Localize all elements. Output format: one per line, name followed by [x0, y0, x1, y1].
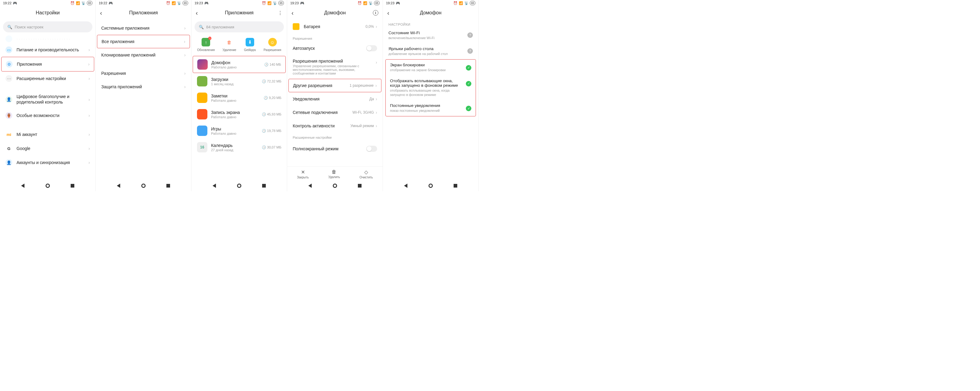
nav-home[interactable]	[333, 184, 337, 188]
row-network[interactable]: Сетевые подключения Wi-Fi, 3G/4G ›	[288, 106, 382, 119]
app-row-Загрузки[interactable]: Загрузки 1 месяц назад 🕓 72,32 МБ	[193, 73, 286, 90]
action-label: Разрешения	[264, 48, 282, 52]
chevron-right-icon: ›	[375, 24, 377, 29]
back-button[interactable]: ‹	[291, 9, 294, 16]
action-permissions[interactable]: ☺ Разрешения	[264, 38, 282, 52]
row-advanced[interactable]: ⋯ Расширенные настройки ›	[1, 71, 94, 85]
action-getapps[interactable]: ⬇ GetApps	[244, 38, 256, 52]
row-security-partial[interactable]: · · · · · · · · · · · · · · · · · · · · …	[1, 35, 94, 43]
row-fullscreen[interactable]: Полноэкранный режим	[288, 141, 382, 154]
nav-recent[interactable]	[358, 184, 361, 188]
chevron-right-icon: ›	[184, 39, 185, 44]
perm-popup-background[interactable]: Отображать всплывающие окна, когда запущ…	[386, 76, 476, 100]
nav-home[interactable]	[141, 184, 146, 188]
app-icon	[197, 93, 207, 103]
nav-recent[interactable]	[71, 184, 74, 188]
nav-home[interactable]	[428, 184, 433, 188]
nav-recent[interactable]	[262, 184, 266, 188]
perm-lockscreen[interactable]: Экран блокировки отображение на экране б…	[386, 60, 476, 76]
nav-back[interactable]	[308, 184, 312, 188]
chevron-right-icon: ›	[375, 97, 377, 101]
row-clone-apps[interactable]: Клонирование приложений ›	[97, 48, 190, 62]
nav-home[interactable]	[237, 184, 241, 188]
nav-back[interactable]	[21, 184, 24, 188]
nav-recent[interactable]	[166, 184, 170, 188]
alarm-icon: ⏰	[166, 1, 170, 5]
row-mi-account[interactable]: mi Mi аккаунт ›	[1, 127, 94, 141]
highlighted-permissions: Экран блокировки отображение на экране б…	[385, 59, 476, 116]
back-button[interactable]: ‹	[387, 9, 389, 16]
search-input[interactable]: 🔍 84 приложения	[194, 21, 284, 32]
check-icon: ✓	[466, 106, 471, 111]
game-icon: 🎮	[204, 1, 208, 5]
app-row-Запись экрана[interactable]: Запись экрана Работало давно 🕓 45,93 МБ	[193, 106, 286, 122]
header: ‹ Приложения ⋮	[191, 6, 287, 19]
row-activity-control[interactable]: Контроль активности Умный режим ›	[288, 119, 382, 133]
row-label: Батарея	[304, 24, 366, 29]
toggle-fullscreen[interactable]	[366, 146, 377, 152]
row-label: Особые возможности	[16, 113, 88, 118]
more-button[interactable]: ⋮	[278, 10, 283, 16]
folder-icon	[293, 23, 299, 30]
perm-desktop-shortcuts[interactable]: Ярлыки рабочего стола добавление ярлыков…	[384, 43, 477, 59]
nav-back[interactable]	[117, 184, 120, 188]
back-button[interactable]: ‹	[100, 9, 102, 16]
clock-icon: 🕓	[264, 63, 269, 66]
row-label: Полноэкранный режим	[293, 146, 366, 151]
app-row-Заметки[interactable]: Заметки Работало давно 🕓 9,20 МБ	[193, 90, 286, 106]
chevron-right-icon: ›	[88, 97, 90, 102]
row-apps[interactable]: ⚙ Приложения ›	[1, 57, 94, 71]
toggle-autostart[interactable]	[366, 45, 377, 51]
app-row-Домофон[interactable]: Домофон Работало давно 🕓 140 МБ	[193, 56, 286, 73]
app-name: Загрузки	[211, 77, 258, 82]
info-button[interactable]: i	[373, 10, 379, 16]
perm-wifi-state[interactable]: Состояние Wi-Fi включение/выключение Wi-…	[384, 27, 477, 43]
statusbar: 19:23 🎮 ⏰ 📶 📡 65	[383, 0, 478, 6]
nav-back[interactable]	[404, 184, 407, 188]
row-permissions[interactable]: Разрешения ›	[97, 66, 190, 80]
app-sub: 1 месяц назад	[211, 82, 258, 86]
signal-icon: 📶	[172, 1, 176, 5]
signal-icon: 📶	[76, 1, 80, 5]
row-other-permissions[interactable]: Другие разрешения 1 разрешение ›	[288, 79, 382, 92]
action-clear[interactable]: ◇Очистить	[360, 169, 373, 179]
row-notifications[interactable]: Уведомления Да ›	[288, 92, 382, 106]
user-icon: 👤	[5, 159, 12, 166]
row-accessibility[interactable]: 🏺 Особые возможности ›	[1, 108, 94, 122]
action-label: Обновления	[197, 48, 215, 52]
row-label: Клонирование приложений	[101, 52, 184, 57]
action-close[interactable]: ✕Закрыть	[297, 169, 309, 179]
row-app-protection[interactable]: Защита приложений ›	[97, 80, 190, 93]
row-google[interactable]: G Google ›	[1, 141, 94, 155]
app-name: Домофон	[212, 60, 261, 65]
row-all-apps[interactable]: Все приложения ›	[97, 35, 190, 48]
row-autostart[interactable]: Автозапуск	[288, 41, 382, 55]
row-label: Все приложения	[102, 39, 184, 44]
status-time: 19:22	[99, 1, 107, 5]
chevron-right-icon: ›	[184, 26, 186, 30]
wifi-icon: 📡	[81, 1, 86, 5]
row-wellbeing[interactable]: 👤 Цифровое благополучие и родительский к…	[1, 90, 94, 108]
row-system-apps[interactable]: Системные приложения ›	[97, 21, 190, 35]
action-uninstall[interactable]: 🗑 Удаление	[223, 38, 236, 52]
row-battery-usage[interactable]: Батарея 0,0% ›	[288, 19, 382, 33]
broom-icon: ◇	[364, 169, 368, 175]
navbar	[383, 180, 478, 191]
app-name: Запись экрана	[211, 110, 258, 115]
row-app-permissions[interactable]: Разрешения приложений Управление разреше…	[288, 55, 382, 79]
nav-back[interactable]	[213, 184, 216, 188]
perm-title: Постоянные уведомления	[390, 103, 463, 108]
back-button[interactable]: ‹	[196, 9, 198, 16]
action-delete[interactable]: 🗑Удалить	[328, 169, 340, 179]
search-input[interactable]: 🔍 Поиск настроек	[3, 21, 92, 32]
row-power[interactable]: ▭ Питание и производительность ›	[1, 43, 94, 57]
app-row-Игры[interactable]: Игры Работало давно 🕓 19,78 МБ	[193, 122, 286, 139]
action-updates[interactable]: ↑1 Обновления	[197, 38, 215, 52]
app-row-Календарь[interactable]: 16 Календарь 27 дней назад 🕓 30,07 МБ	[193, 139, 286, 155]
perm-sub: добавление ярлыков на рабочий стол	[388, 52, 464, 56]
row-accounts-sync[interactable]: 👤 Аккаунты и синхронизация ›	[1, 155, 94, 169]
nav-home[interactable]	[46, 184, 50, 188]
nav-recent[interactable]	[453, 184, 457, 188]
statusbar: 19:22 🎮 ⏰ 📶 📡 65	[0, 0, 95, 6]
perm-persistent-notif[interactable]: Постоянные уведомления показ постоянных …	[386, 100, 476, 116]
